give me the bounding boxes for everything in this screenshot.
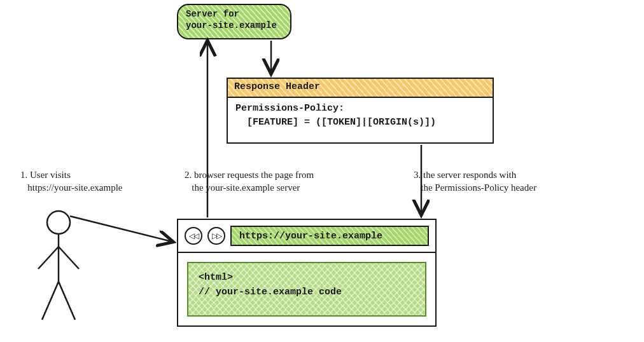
response-header-line1: Permissions-Policy: xyxy=(235,102,485,116)
response-header-title: Response Header xyxy=(228,79,493,98)
arrow-browser-to-server xyxy=(199,38,218,220)
back-button[interactable]: ◁◁ xyxy=(185,227,202,245)
server-line2: your-site.example xyxy=(186,20,283,32)
arrow-response-to-browser xyxy=(412,144,431,220)
rewind-icon: ◁◁ xyxy=(189,231,198,240)
browser-chrome: ◁◁ ▷▷ https://your-site.example xyxy=(178,220,435,253)
svg-line-2 xyxy=(38,247,59,269)
response-header-line2: [FEATURE] = ([TOKEN]|[ORIGIN(s)]) xyxy=(235,116,485,130)
browser-window: ◁◁ ▷▷ https://your-site.example <html> /… xyxy=(177,219,437,327)
svg-line-5 xyxy=(59,282,75,320)
step-1-line2: https://your-site.example xyxy=(20,181,160,194)
code-line2: // your-site.example code xyxy=(199,285,415,300)
svg-line-6 xyxy=(70,216,172,242)
page-code-area: <html> // your-site.example code xyxy=(187,262,426,317)
step-3-label: 3. the server responds with the Permissi… xyxy=(414,168,611,195)
code-line1: <html> xyxy=(199,271,415,285)
arrow-user-to-browser xyxy=(70,211,178,249)
url-text: https://your-site.example xyxy=(239,231,382,242)
fast-forward-icon: ▷▷ xyxy=(212,231,221,240)
response-header-body: Permissions-Policy: [FEATURE] = ([TOKEN]… xyxy=(228,98,493,135)
step-1-line1: 1. User visits xyxy=(20,168,160,181)
svg-point-0 xyxy=(47,211,70,234)
step-1-label: 1. User visits https://your-site.example xyxy=(20,168,160,195)
server-line1: Server for xyxy=(186,9,283,20)
arrow-server-to-response xyxy=(262,39,281,79)
server-box: Server for your-site.example xyxy=(177,4,291,39)
diagram-stage: Server for your-site.example Response He… xyxy=(0,0,644,342)
url-bar[interactable]: https://your-site.example xyxy=(230,226,429,246)
browser-viewport: <html> // your-site.example code xyxy=(178,253,435,325)
svg-line-3 xyxy=(59,247,79,269)
step-3-line1: 3. the server responds with xyxy=(414,168,611,181)
forward-button[interactable]: ▷▷ xyxy=(207,227,225,245)
svg-line-4 xyxy=(42,282,59,320)
step-3-line2: the Permissions-Policy header xyxy=(414,181,611,194)
response-header-box: Response Header Permissions-Policy: [FEA… xyxy=(227,78,494,144)
